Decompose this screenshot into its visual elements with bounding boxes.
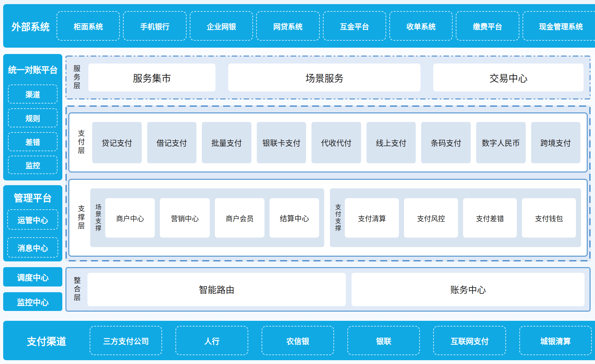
integration-layer-label: 整合层	[73, 277, 80, 302]
payment-layer-item: 银联卡支付	[257, 122, 306, 163]
payment-channels-items: 三方支付公司 人行 农信银 银联 互联网支付 城银清算	[90, 326, 592, 355]
integration-layer-items: 智能路由 账务中心	[87, 273, 585, 306]
payment-layer-item: 条码支付	[421, 122, 471, 163]
reconciliation-item: 监控	[8, 156, 58, 174]
payment-support-item: 支付清算	[345, 198, 399, 238]
payment-layer-item: 数字人民币	[476, 122, 526, 163]
service-layer-items: 服务集市 场景服务 交易中心	[88, 64, 584, 91]
payment-support-items: 支付清算 支付风控 支付差错 支付钱包	[345, 198, 576, 238]
external-system-item: 缴费平台	[456, 11, 519, 41]
payment-support-item: 支付差错	[463, 198, 517, 238]
service-layer-item: 场景服务	[228, 64, 421, 91]
reconciliation-item: 规则	[8, 108, 58, 127]
service-layer-label: 服务层	[72, 65, 79, 91]
payment-layer: 支付层 贷记支付 借记支付 批量支付 银联卡支付 代收代付 线上支付 条码支付 …	[68, 112, 588, 172]
service-layer: 服务层 服务集市 场景服务 交易中心	[65, 56, 591, 99]
support-layer: 支撑层 场景支撑 商户中心 营销中心 商户会员 结算中心 支付支撑 支付清算 支…	[68, 179, 588, 257]
external-system-item: 收单系统	[389, 11, 453, 41]
support-layer-label: 支撑层	[77, 205, 84, 231]
payment-channels-title: 支付渠道	[3, 334, 90, 348]
payment-layer-item: 代收代付	[311, 122, 361, 163]
payment-layer-item: 线上支付	[366, 122, 416, 163]
scene-support-item: 结算中心	[270, 198, 319, 238]
payment-support-label: 支付支撑	[334, 204, 340, 232]
payment-layer-item: 借记支付	[147, 122, 197, 163]
payment-channel-item: 银联	[347, 326, 420, 355]
service-layer-item: 交易中心	[433, 64, 584, 91]
management-platform-panel: 管理平台 运管中心 消息中心	[3, 185, 62, 261]
external-systems-bar: 外部系统 柜面系统 手机银行 企业网银 网贷系统 互金平台 收单系统 缴费平台 …	[3, 4, 595, 48]
monitor-center-box: 监控中心	[3, 292, 62, 311]
reconciliation-platform-title: 统一对账平台	[8, 54, 58, 84]
payment-layer-item: 贷记支付	[92, 122, 142, 163]
integration-layer-item: 智能路由	[87, 273, 346, 306]
integration-layer-item: 账务中心	[352, 273, 585, 306]
payment-layer-item: 跨境支付	[531, 122, 581, 163]
external-system-item: 互金平台	[323, 11, 386, 41]
payment-channel-item: 三方支付公司	[90, 326, 162, 355]
payment-layer-label: 支付层	[77, 130, 84, 155]
scene-support-item: 商户中心	[105, 198, 155, 238]
external-system-item: 网贷系统	[256, 11, 319, 41]
payment-channel-item: 人行	[175, 326, 248, 355]
external-system-item: 手机银行	[123, 11, 186, 41]
external-systems-items: 柜面系统 手机银行 企业网银 网贷系统 互金平台 收单系统 缴费平台 现金管理系…	[57, 11, 595, 41]
payment-support-wrapper: 支付层 贷记支付 借记支付 批量支付 银联卡支付 代收代付 线上支付 条码支付 …	[65, 105, 591, 261]
payment-channel-item: 城银清算	[519, 326, 592, 355]
payment-channels-bar: 支付渠道 三方支付公司 人行 农信银 银联 互联网支付 城银清算	[3, 321, 595, 360]
management-item: 消息中心	[7, 237, 58, 258]
payment-support-item: 支付风控	[404, 198, 458, 238]
scene-support-item: 营销中心	[160, 198, 209, 238]
scene-support-item: 商户会员	[215, 198, 264, 238]
reconciliation-item: 差错	[8, 132, 58, 151]
support-layer-groups: 场景支撑 商户中心 营销中心 商户会员 结算中心 支付支撑 支付清算 支付风控 …	[90, 188, 581, 247]
management-item: 运管中心	[7, 209, 58, 230]
scene-support-label: 场景支撑	[95, 204, 101, 232]
payment-channel-item: 农信银	[262, 326, 334, 355]
external-system-item: 柜面系统	[57, 11, 120, 41]
payment-channel-item: 互联网支付	[433, 326, 506, 355]
payment-support-group: 支付支撑 支付清算 支付风控 支付差错 支付钱包	[330, 188, 581, 247]
scene-support-group: 场景支撑 商户中心 营销中心 商户会员 结算中心	[90, 188, 324, 247]
service-layer-item: 服务集市	[88, 64, 215, 91]
external-system-item: 企业网银	[190, 11, 253, 41]
integration-layer: 整合层 智能路由 账务中心	[65, 267, 591, 312]
scene-support-items: 商户中心 营销中心 商户会员 结算中心	[105, 198, 319, 238]
reconciliation-platform-panel: 统一对账平台 渠道 规则 差错 监控	[3, 54, 62, 180]
external-system-item: 现金管理系统	[523, 11, 595, 41]
reconciliation-item: 渠道	[8, 84, 58, 104]
payment-support-item: 支付钱包	[522, 198, 576, 238]
dispatch-center-box: 调度中心	[3, 267, 62, 286]
external-systems-title: 外部系统	[11, 19, 50, 33]
payment-architecture-diagram: { "colors": { "bright_blue": "#10a9e4", …	[0, 0, 595, 364]
management-platform-title: 管理平台	[7, 185, 58, 209]
payment-layer-item: 批量支付	[202, 122, 251, 163]
payment-layer-items: 贷记支付 借记支付 批量支付 银联卡支付 代收代付 线上支付 条码支付 数字人民…	[92, 122, 580, 163]
